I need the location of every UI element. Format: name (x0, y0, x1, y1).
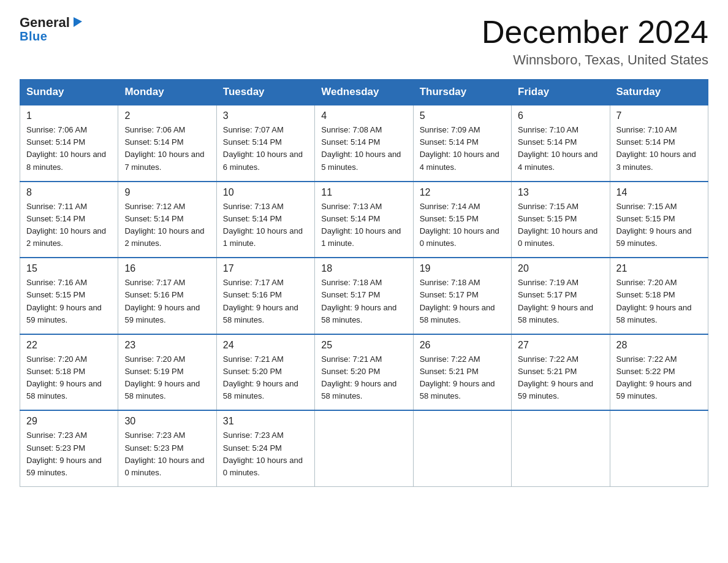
calendar-header-row: SundayMondayTuesdayWednesdayThursdayFrid… (20, 80, 708, 105)
calendar-cell (413, 410, 511, 486)
day-number: 30 (124, 416, 210, 427)
calendar-cell: 27 Sunrise: 7:22 AMSunset: 5:21 PMDaylig… (512, 334, 610, 411)
calendar-cell: 3 Sunrise: 7:07 AMSunset: 5:14 PMDayligh… (216, 105, 314, 182)
day-info: Sunrise: 7:12 AMSunset: 5:14 PMDaylight:… (124, 202, 204, 248)
calendar-cell (610, 410, 708, 486)
calendar-cell: 14 Sunrise: 7:15 AMSunset: 5:15 PMDaylig… (610, 182, 708, 258)
calendar-cell: 5 Sunrise: 7:09 AMSunset: 5:14 PMDayligh… (413, 105, 511, 182)
day-info: Sunrise: 7:20 AMSunset: 5:18 PMDaylight:… (26, 354, 102, 400)
calendar-cell: 11 Sunrise: 7:13 AMSunset: 5:14 PMDaylig… (315, 182, 413, 258)
calendar-cell: 6 Sunrise: 7:10 AMSunset: 5:14 PMDayligh… (512, 105, 610, 182)
day-info: Sunrise: 7:13 AMSunset: 5:14 PMDaylight:… (321, 202, 401, 248)
day-number: 24 (223, 340, 308, 351)
day-info: Sunrise: 7:16 AMSunset: 5:15 PMDaylight:… (26, 278, 102, 324)
calendar-cell: 22 Sunrise: 7:20 AMSunset: 5:18 PMDaylig… (20, 334, 118, 411)
col-header-wednesday: Wednesday (315, 80, 413, 105)
logo-triangle-icon (71, 15, 85, 28)
calendar-cell: 26 Sunrise: 7:22 AMSunset: 5:21 PMDaylig… (413, 334, 511, 411)
day-info: Sunrise: 7:14 AMSunset: 5:15 PMDaylight:… (420, 202, 499, 248)
day-number: 26 (420, 340, 505, 351)
calendar-cell: 30 Sunrise: 7:23 AMSunset: 5:23 PMDaylig… (118, 410, 216, 486)
day-info: Sunrise: 7:23 AMSunset: 5:23 PMDaylight:… (26, 431, 102, 477)
calendar-week-row: 29 Sunrise: 7:23 AMSunset: 5:23 PMDaylig… (20, 410, 708, 486)
calendar-cell: 2 Sunrise: 7:06 AMSunset: 5:14 PMDayligh… (118, 105, 216, 182)
calendar-cell: 18 Sunrise: 7:18 AMSunset: 5:17 PMDaylig… (315, 258, 413, 334)
calendar-cell: 4 Sunrise: 7:08 AMSunset: 5:14 PMDayligh… (315, 105, 413, 182)
page: General Blue December 2024 Winnsboro, Te… (0, 0, 728, 507)
day-number: 31 (223, 416, 308, 427)
calendar-cell: 20 Sunrise: 7:19 AMSunset: 5:17 PMDaylig… (512, 258, 610, 334)
day-number: 1 (26, 110, 112, 121)
day-number: 25 (321, 340, 406, 351)
calendar-cell: 28 Sunrise: 7:22 AMSunset: 5:22 PMDaylig… (610, 334, 708, 411)
day-info: Sunrise: 7:07 AMSunset: 5:14 PMDaylight:… (223, 125, 303, 171)
day-number: 16 (124, 263, 210, 274)
day-info: Sunrise: 7:17 AMSunset: 5:16 PMDaylight:… (124, 278, 200, 324)
day-number: 17 (223, 263, 308, 274)
day-number: 8 (26, 187, 112, 198)
day-number: 13 (518, 187, 603, 198)
calendar-cell: 31 Sunrise: 7:23 AMSunset: 5:24 PMDaylig… (216, 410, 314, 486)
day-info: Sunrise: 7:21 AMSunset: 5:20 PMDaylight:… (223, 354, 298, 400)
col-header-saturday: Saturday (610, 80, 708, 105)
col-header-tuesday: Tuesday (216, 80, 314, 105)
col-header-thursday: Thursday (413, 80, 511, 105)
calendar-cell: 9 Sunrise: 7:12 AMSunset: 5:14 PMDayligh… (118, 182, 216, 258)
calendar-week-row: 15 Sunrise: 7:16 AMSunset: 5:15 PMDaylig… (20, 258, 708, 334)
logo: General Blue (20, 15, 85, 44)
calendar-cell: 13 Sunrise: 7:15 AMSunset: 5:15 PMDaylig… (512, 182, 610, 258)
day-number: 15 (26, 263, 112, 274)
day-number: 21 (616, 263, 702, 274)
day-info: Sunrise: 7:23 AMSunset: 5:23 PMDaylight:… (124, 431, 204, 477)
day-number: 14 (616, 187, 702, 198)
day-info: Sunrise: 7:06 AMSunset: 5:14 PMDaylight:… (26, 125, 106, 171)
calendar-cell (315, 410, 413, 486)
day-info: Sunrise: 7:10 AMSunset: 5:14 PMDaylight:… (616, 125, 696, 171)
calendar-table: SundayMondayTuesdayWednesdayThursdayFrid… (20, 79, 708, 487)
day-info: Sunrise: 7:15 AMSunset: 5:15 PMDaylight:… (616, 202, 692, 248)
col-header-monday: Monday (118, 80, 216, 105)
col-header-sunday: Sunday (20, 80, 118, 105)
day-number: 4 (321, 110, 406, 121)
calendar-cell: 16 Sunrise: 7:17 AMSunset: 5:16 PMDaylig… (118, 258, 216, 334)
day-number: 27 (518, 340, 603, 351)
calendar-cell: 1 Sunrise: 7:06 AMSunset: 5:14 PMDayligh… (20, 105, 118, 182)
calendar-cell (512, 410, 610, 486)
calendar-cell: 29 Sunrise: 7:23 AMSunset: 5:23 PMDaylig… (20, 410, 118, 486)
day-info: Sunrise: 7:20 AMSunset: 5:19 PMDaylight:… (124, 354, 200, 400)
day-number: 9 (124, 187, 210, 198)
col-header-friday: Friday (512, 80, 610, 105)
day-info: Sunrise: 7:09 AMSunset: 5:14 PMDaylight:… (420, 125, 499, 171)
day-number: 29 (26, 416, 112, 427)
svg-marker-0 (74, 17, 82, 27)
day-number: 12 (420, 187, 505, 198)
calendar-cell: 25 Sunrise: 7:21 AMSunset: 5:20 PMDaylig… (315, 334, 413, 411)
day-info: Sunrise: 7:18 AMSunset: 5:17 PMDaylight:… (420, 278, 495, 324)
day-info: Sunrise: 7:22 AMSunset: 5:21 PMDaylight:… (420, 354, 495, 400)
calendar-cell: 19 Sunrise: 7:18 AMSunset: 5:17 PMDaylig… (413, 258, 511, 334)
day-number: 20 (518, 263, 603, 274)
calendar-cell: 7 Sunrise: 7:10 AMSunset: 5:14 PMDayligh… (610, 105, 708, 182)
day-number: 7 (616, 110, 702, 121)
day-number: 22 (26, 340, 112, 351)
logo-general: General (20, 15, 70, 30)
calendar-cell: 24 Sunrise: 7:21 AMSunset: 5:20 PMDaylig… (216, 334, 314, 411)
day-number: 2 (124, 110, 210, 121)
day-number: 11 (321, 187, 406, 198)
day-info: Sunrise: 7:20 AMSunset: 5:18 PMDaylight:… (616, 278, 692, 324)
calendar-week-row: 1 Sunrise: 7:06 AMSunset: 5:14 PMDayligh… (20, 105, 708, 182)
day-number: 6 (518, 110, 603, 121)
day-info: Sunrise: 7:23 AMSunset: 5:24 PMDaylight:… (223, 431, 303, 477)
day-info: Sunrise: 7:13 AMSunset: 5:14 PMDaylight:… (223, 202, 303, 248)
title-block: December 2024 Winnsboro, Texas, United S… (482, 15, 708, 68)
day-number: 23 (124, 340, 210, 351)
day-info: Sunrise: 7:15 AMSunset: 5:15 PMDaylight:… (518, 202, 597, 248)
day-info: Sunrise: 7:10 AMSunset: 5:14 PMDaylight:… (518, 125, 597, 171)
day-number: 3 (223, 110, 308, 121)
calendar-cell: 15 Sunrise: 7:16 AMSunset: 5:15 PMDaylig… (20, 258, 118, 334)
day-info: Sunrise: 7:21 AMSunset: 5:20 PMDaylight:… (321, 354, 396, 400)
day-info: Sunrise: 7:19 AMSunset: 5:17 PMDaylight:… (518, 278, 593, 324)
day-number: 28 (616, 340, 702, 351)
day-info: Sunrise: 7:22 AMSunset: 5:21 PMDaylight:… (518, 354, 593, 400)
header: General Blue December 2024 Winnsboro, Te… (20, 15, 708, 68)
